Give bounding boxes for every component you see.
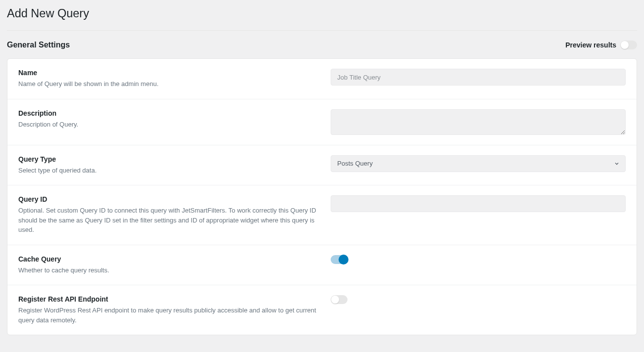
section-title: General Settings (7, 41, 70, 49)
preview-results-control: Preview results (565, 41, 637, 49)
page-title: Add New Query (7, 0, 637, 30)
rest-api-label: Register Rest API Endpoint (18, 295, 319, 303)
cache-query-label: Cache Query (18, 255, 319, 263)
query-type-label: Query Type (18, 155, 319, 163)
name-label: Name (18, 69, 319, 77)
row-query-id: Query ID Optional. Set custom Query ID t… (7, 185, 637, 245)
row-name: Name Name of Query will be shown in the … (7, 59, 637, 99)
row-description: Description Description of Query. (7, 99, 637, 145)
general-settings-panel: Name Name of Query will be shown in the … (7, 58, 637, 335)
rest-api-desc: Register WordPress Rest API endpoint to … (18, 306, 319, 325)
row-query-type: Query Type Select type of queried data. … (7, 145, 637, 186)
preview-results-toggle[interactable] (620, 41, 637, 49)
description-desc: Description of Query. (18, 120, 319, 130)
query-id-input[interactable] (331, 195, 626, 212)
query-type-select[interactable]: Posts Query (331, 155, 626, 172)
query-type-desc: Select type of queried data. (18, 166, 319, 176)
description-label: Description (18, 109, 319, 117)
row-rest-api: Register Rest API Endpoint Register Word… (7, 285, 637, 335)
name-input[interactable] (331, 69, 626, 86)
query-id-label: Query ID (18, 195, 319, 203)
cache-query-toggle[interactable] (331, 255, 347, 264)
description-textarea[interactable] (331, 109, 626, 135)
row-cache-query: Cache Query Whether to cache query resul… (7, 245, 637, 286)
preview-results-label: Preview results (565, 41, 616, 49)
rest-api-toggle[interactable] (331, 295, 347, 304)
cache-query-desc: Whether to cache query results. (18, 265, 319, 275)
section-header: General Settings Preview results (7, 30, 637, 58)
query-id-desc: Optional. Set custom Query ID to connect… (18, 206, 319, 235)
name-desc: Name of Query will be shown in the admin… (18, 79, 319, 89)
